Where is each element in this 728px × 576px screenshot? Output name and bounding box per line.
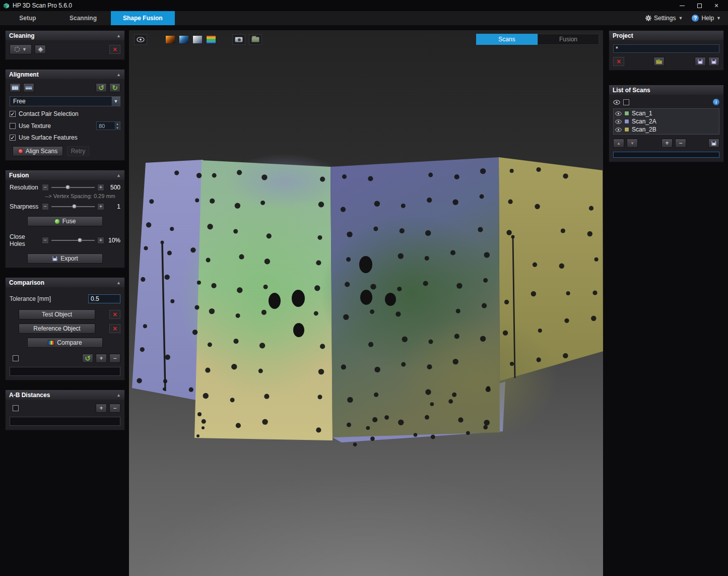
scan-list-item[interactable]: Scan_1	[614, 109, 719, 117]
resolution-slider[interactable]	[51, 187, 95, 188]
contact-pair-checkbox[interactable]: ✓	[10, 111, 16, 117]
alignment-mode-select[interactable]: Free ▼	[10, 96, 120, 106]
move-scan-up-button[interactable]: ▲	[613, 139, 624, 148]
eye-icon[interactable]	[615, 111, 622, 116]
info-icon[interactable]: i	[713, 99, 719, 105]
render-mode-texture-button[interactable]	[165, 35, 175, 44]
use-texture-checkbox[interactable]	[10, 123, 16, 129]
resolution-minus-button[interactable]: −	[42, 184, 49, 191]
fusion-view-button[interactable]: Fusion	[538, 34, 599, 45]
tab-setup[interactable]: Setup	[0, 11, 55, 25]
3d-viewport[interactable]: Scans Fusion	[129, 30, 603, 576]
slider-thumb[interactable]	[78, 238, 82, 242]
scans-view-button[interactable]: Scans	[476, 34, 538, 45]
save-project-button[interactable]	[708, 57, 719, 66]
eye-icon[interactable]	[615, 127, 622, 132]
test-object-button[interactable]: Test Object	[19, 309, 95, 319]
save-scan-button[interactable]	[708, 139, 719, 148]
clear-test-object-button[interactable]: ×	[109, 310, 120, 319]
scan-list-item[interactable]: Scan_2B	[614, 125, 719, 134]
close-holes-minus-button[interactable]: −	[42, 237, 49, 244]
scan-list-item[interactable]: Scan_2A	[614, 117, 719, 125]
remove-scan-button[interactable]: −	[675, 139, 686, 148]
project-panel-header[interactable]: Project	[609, 31, 723, 40]
close-holes-plus-button[interactable]: +	[97, 237, 104, 244]
resolution-plus-button[interactable]: +	[97, 184, 104, 191]
fuse-button[interactable]: Fuse	[27, 216, 103, 226]
texture-threshold-input[interactable]	[97, 123, 114, 129]
toggle-visibility-button[interactable]	[134, 34, 147, 45]
render-mode-colormap-button[interactable]	[206, 35, 216, 44]
remove-comparison-button[interactable]: −	[109, 354, 120, 363]
export-button[interactable]: Export	[27, 253, 103, 264]
select-all-scans-checkbox[interactable]	[623, 99, 629, 105]
comparison-panel-header[interactable]: Comparison ▲	[6, 278, 124, 287]
tolerance-input[interactable]	[88, 294, 120, 303]
comparison-list[interactable]	[10, 367, 120, 376]
settings-menu[interactable]: Settings ▼	[645, 15, 683, 22]
selection-tool-dropdown[interactable]: ▼	[10, 44, 32, 54]
spin-up-icon[interactable]: ▲	[114, 122, 120, 126]
collapse-icon[interactable]: ▲	[116, 173, 121, 178]
add-ab-distance-button[interactable]: +	[96, 404, 107, 413]
slider-thumb[interactable]	[65, 185, 70, 189]
ab-visibility-checkbox[interactable]	[13, 405, 19, 411]
grid-view-button[interactable]	[10, 83, 21, 92]
plus-icon: +	[99, 405, 103, 412]
deselect-tool-button[interactable]	[35, 45, 46, 54]
contact-pair-label: Contact Pair Selection	[19, 110, 79, 117]
maximize-button[interactable]	[691, 0, 708, 11]
collapse-icon[interactable]: ▲	[116, 72, 121, 77]
compare-button[interactable]: Compare	[27, 338, 103, 348]
close-project-button[interactable]: ×	[613, 57, 624, 66]
fusion-panel-header[interactable]: Fusion ▲	[6, 170, 124, 180]
redo-button[interactable]: ↻	[109, 83, 120, 92]
render-mode-shaded-button[interactable]	[179, 35, 189, 44]
comparison-visibility-checkbox[interactable]	[13, 355, 19, 361]
project-name-input[interactable]	[613, 44, 719, 53]
eye-icon[interactable]	[615, 119, 622, 124]
add-comparison-button[interactable]: +	[96, 354, 107, 363]
scan-list-panel-header[interactable]: List of Scans	[609, 85, 723, 95]
refresh-comparison-button[interactable]: ↺	[82, 354, 93, 363]
ab-distances-list[interactable]	[10, 417, 120, 426]
close-holes-slider[interactable]	[51, 240, 95, 241]
screenshot-button[interactable]	[232, 34, 245, 45]
collapse-icon[interactable]: ▲	[116, 33, 121, 38]
collapse-icon[interactable]: ▲	[116, 393, 121, 398]
eye-icon[interactable]	[613, 100, 620, 105]
remove-ab-distance-button[interactable]: −	[109, 404, 120, 413]
split-view-button[interactable]	[23, 83, 34, 92]
spin-down-icon[interactable]: ▼	[114, 126, 120, 130]
tab-shape-fusion[interactable]: Shape Fusion	[111, 11, 175, 25]
sharpness-minus-button[interactable]: −	[42, 203, 49, 210]
surface-features-checkbox[interactable]: ✓	[10, 135, 16, 141]
add-scan-button[interactable]: +	[661, 139, 673, 148]
load-project-button[interactable]	[653, 57, 665, 66]
slider-thumb[interactable]	[72, 204, 77, 209]
clear-reference-object-button[interactable]: ×	[109, 324, 120, 333]
scan-render-canvas[interactable]	[129, 30, 603, 576]
alignment-panel-header[interactable]: Alignment ▲	[6, 70, 124, 79]
sharpness-plus-button[interactable]: +	[97, 203, 104, 210]
ab-distances-panel-header[interactable]: A-B Distances ▲	[6, 390, 124, 400]
move-scan-down-button[interactable]: ▼	[627, 139, 638, 148]
undo-button[interactable]: ↺	[96, 83, 107, 92]
help-menu[interactable]: ? Help ▼	[692, 15, 721, 22]
minimize-button[interactable]	[674, 0, 691, 11]
texture-threshold-stepper[interactable]: ▲▼	[96, 121, 120, 130]
spinner-arrows[interactable]: ▲▼	[114, 122, 120, 130]
close-button[interactable]: ×	[708, 0, 725, 11]
align-scans-button[interactable]: Align Scans	[13, 146, 63, 156]
delete-selection-button[interactable]: ×	[109, 45, 120, 54]
sharpness-slider[interactable]	[51, 206, 95, 207]
tab-scanning[interactable]: Scanning	[55, 11, 111, 25]
render-mode-mesh-button[interactable]	[192, 35, 203, 44]
open-folder-button[interactable]	[249, 34, 262, 45]
save-project-as-button[interactable]	[695, 57, 706, 66]
cleaning-panel-header[interactable]: Cleaning ▲	[6, 31, 124, 40]
surface-features-label: Use Surface Features	[19, 134, 78, 141]
reference-object-button[interactable]: Reference Object	[19, 324, 95, 334]
retry-button[interactable]: Retry	[67, 146, 89, 156]
collapse-icon[interactable]: ▲	[116, 280, 121, 285]
